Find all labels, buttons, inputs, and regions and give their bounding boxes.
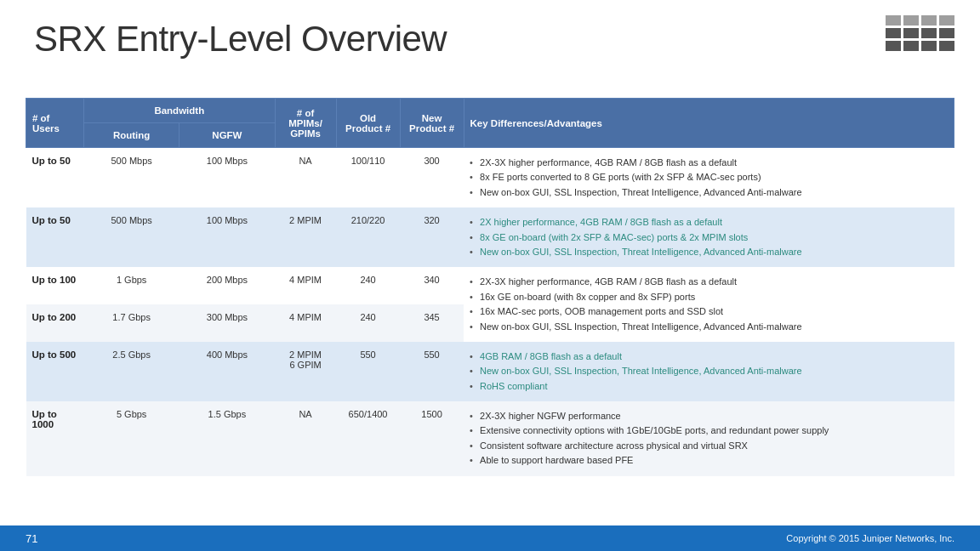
users-cell: Up to 500 <box>26 342 84 401</box>
old-cell: 650/1400 <box>336 401 400 476</box>
new-cell: 340 <box>400 267 464 304</box>
diff-cell: 4GB RAM / 8GB flash as a default New on-… <box>464 342 954 401</box>
comparison-table: # of Users Bandwidth # of MPIMs/ GPIMs O… <box>26 98 954 476</box>
mpims-cell: 4 MPIM <box>275 304 336 342</box>
users-cell: Up to1000 <box>26 401 84 476</box>
diff-item: 16x GE on-board (with 8x copper and 8x S… <box>470 290 948 304</box>
users-cell: Up to 200 <box>26 304 84 342</box>
diff-item: 2X-3X higher performance, 4GB RAM / 8GB … <box>470 275 948 289</box>
diff-item: 2X-3X higher NGFW performance <box>470 409 948 423</box>
logo-cell <box>939 28 954 38</box>
page-title: SRX Entry-Level Overview <box>34 19 447 60</box>
ngfw-cell: 400 Mbps <box>179 342 275 401</box>
logo-cell <box>921 41 937 51</box>
bottom-bar: 71 Copyright © 2015 Juniper Networks, In… <box>0 525 980 551</box>
ngfw-cell: 100 Mbps <box>179 148 275 208</box>
routing-cell: 5 Gbps <box>84 401 179 476</box>
logo-cell <box>939 15 954 26</box>
users-cell: Up to 50 <box>26 148 84 208</box>
page-number: 71 <box>26 532 37 545</box>
mpims-cell: 2 MPIM <box>275 207 336 267</box>
old-cell: 550 <box>336 342 400 401</box>
old-cell: 240 <box>336 304 400 342</box>
table-row: Up to 500 2.5 Gbps 400 Mbps 2 MPIM6 GPIM… <box>26 342 954 401</box>
header-mpims: # of MPIMs/ GPIMs <box>275 99 336 148</box>
diff-cell: 2X higher performance, 4GB RAM / 8GB fla… <box>464 207 954 267</box>
header-bandwidth: Bandwidth <box>84 99 276 123</box>
page: SRX Entry-Level Overview # of Users Band… <box>0 0 980 551</box>
logo-cell <box>886 28 901 38</box>
header-new: New Product # <box>400 99 464 148</box>
diff-item: 2X-3X higher performance, 4GB RAM / 8GB … <box>470 156 948 170</box>
diff-item: 8x FE ports converted to 8 GE ports (wit… <box>470 170 948 185</box>
logo-cell <box>886 41 901 51</box>
mpims-cell: NA <box>275 148 336 208</box>
diff-item: New on-box GUI, SSL Inspection, Threat I… <box>470 320 948 334</box>
logo-cell <box>886 15 901 26</box>
routing-cell: 2.5 Gbps <box>84 342 179 401</box>
ngfw-cell: 200 Mbps <box>179 267 275 304</box>
mpims-cell: 4 MPIM <box>275 267 336 304</box>
diff-cell: 2X-3X higher NGFW performance Extensive … <box>464 401 954 476</box>
table-container: # of Users Bandwidth # of MPIMs/ GPIMs O… <box>26 98 954 517</box>
new-cell: 300 <box>400 148 464 208</box>
logo-cell <box>939 41 954 51</box>
header-diff: Key Differences/Advantages <box>464 99 954 148</box>
new-cell: 320 <box>400 207 464 267</box>
logo-cell <box>903 15 919 26</box>
users-cell: Up to 100 <box>26 267 84 304</box>
users-cell: Up to 50 <box>26 207 84 267</box>
diff-item: Able to support hardware based PFE <box>470 453 948 468</box>
routing-cell: 500 Mbps <box>84 207 179 267</box>
mpims-cell: 2 MPIM6 GPIM <box>275 342 336 401</box>
table-row: Up to 50 500 Mbps 100 Mbps NA 100/110 30… <box>26 148 954 208</box>
old-cell: 210/220 <box>336 207 400 267</box>
header-users: # of Users <box>26 99 84 148</box>
routing-cell: 1.7 Gbps <box>84 304 179 342</box>
diff-item: 4GB RAM / 8GB flash as a default <box>470 349 948 364</box>
diff-cell: 2X-3X higher performance, 4GB RAM / 8GB … <box>464 148 954 208</box>
diff-item: Consistent software architecture across … <box>470 439 948 453</box>
diff-item: 16x MAC-sec ports, OOB management ports … <box>470 304 948 319</box>
diff-item: New on-box GUI, SSL Inspection, Threat I… <box>470 245 948 259</box>
mpims-cell: NA <box>275 401 336 476</box>
copyright-text: Copyright © 2015 Juniper Networks, Inc. <box>786 533 954 543</box>
routing-cell: 500 Mbps <box>84 148 179 208</box>
diff-item: 2X higher performance, 4GB RAM / 8GB fla… <box>470 215 948 230</box>
table-row: Up to1000 5 Gbps 1.5 Gbps NA 650/1400 15… <box>26 401 954 476</box>
ngfw-cell: 100 Mbps <box>179 207 275 267</box>
ngfw-cell: 1.5 Gbps <box>179 401 275 476</box>
old-cell: 240 <box>336 267 400 304</box>
diff-item: RoHS compliant <box>470 379 948 394</box>
new-cell: 345 <box>400 304 464 342</box>
header-routing: Routing <box>84 123 179 148</box>
logo-cell <box>903 28 919 38</box>
ngfw-cell: 300 Mbps <box>179 304 275 342</box>
new-cell: 1500 <box>400 401 464 476</box>
new-cell: 550 <box>400 342 464 401</box>
logo-cell <box>921 28 937 38</box>
diff-item: New on-box GUI, SSL Inspection, Threat I… <box>470 364 948 378</box>
logo-cell <box>921 15 937 26</box>
logo-grid <box>886 15 954 51</box>
header-ngfw: NGFW <box>179 123 275 148</box>
diff-cell: 2X-3X higher performance, 4GB RAM / 8GB … <box>464 267 954 342</box>
routing-cell: 1 Gbps <box>84 267 179 304</box>
diff-item: New on-box GUI, SSL Inspection, Threat I… <box>470 185 948 200</box>
table-row: Up to 100 1 Gbps 200 Mbps 4 MPIM 240 340… <box>26 267 954 304</box>
diff-item: 8x GE on-board (with 2x SFP & MAC-sec) p… <box>470 230 948 245</box>
old-cell: 100/110 <box>336 148 400 208</box>
table-row: Up to 50 500 Mbps 100 Mbps 2 MPIM 210/22… <box>26 207 954 267</box>
header-old: Old Product # <box>336 99 400 148</box>
logo-cell <box>903 41 919 51</box>
diff-item: Extensive connectivity options with 1GbE… <box>470 423 948 438</box>
